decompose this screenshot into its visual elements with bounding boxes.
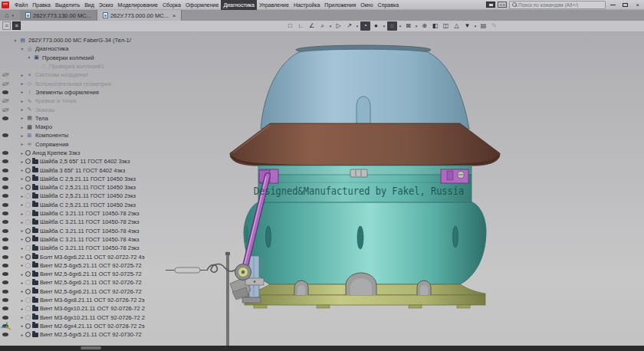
menu-item-6[interactable]: Сборка xyxy=(160,0,183,10)
measure-dropdown-icon[interactable]: ▾ xyxy=(355,24,360,28)
expand-arrow-icon[interactable]: ▸ xyxy=(19,107,25,112)
command-search-input[interactable] xyxy=(518,2,603,8)
expand-arrow-icon[interactable]: ▸ xyxy=(19,289,25,294)
visibility-eye-icon[interactable] xyxy=(2,177,8,181)
tree-row[interactable]: ▸∿Кривые и точки xyxy=(0,97,182,105)
expand-arrow-icon[interactable]: ▸ xyxy=(19,298,25,303)
select-icon[interactable]: ▷ xyxy=(334,21,343,31)
document-tab-0[interactable]: 262У.773.130.00 МС... xyxy=(20,10,97,21)
visibility-eye-icon[interactable] xyxy=(2,298,8,302)
visibility-eye-off-icon[interactable] xyxy=(2,73,8,77)
tree-row[interactable]: ▸Болт М3-6gх6.22.11 ОСТ 92-0722-72 4э xyxy=(0,252,182,261)
visibility-eye-off-icon[interactable] xyxy=(2,99,8,103)
tree-row[interactable]: ▸Винт М2,5-6gх6.21.11 ОСТ 92-0726-72 xyxy=(0,287,182,296)
expand-arrow-icon[interactable]: ▾ xyxy=(19,47,25,51)
tree-row[interactable]: ▸Шайба С 2,5.21.11 ГОСТ 10450 3экз xyxy=(0,175,182,183)
expand-arrow-icon[interactable]: ▸ xyxy=(19,228,25,233)
expand-arrow-icon[interactable]: ▸ xyxy=(19,81,25,86)
isometric-view-icon[interactable]: ◧ xyxy=(430,21,440,31)
visibility-eye-icon[interactable] xyxy=(2,290,8,294)
home-tab-button[interactable]: ⌂▾ xyxy=(0,10,20,21)
visibility-eye-icon[interactable] xyxy=(2,169,8,172)
expand-arrow-icon[interactable]: ▸ xyxy=(19,125,25,130)
tree-row[interactable]: ▾▤262У.773.000.00 МС FaberG-34 (Тел-1/ xyxy=(0,36,182,44)
expand-arrow-icon[interactable]: ▸ xyxy=(19,159,25,164)
tree-row[interactable]: ▸Шайба С 2,5.21.11 ГОСТ 10450 2экз xyxy=(0,201,182,209)
measure-icon[interactable]: ↗ xyxy=(344,21,354,31)
expand-arrow-icon[interactable]: ▸ xyxy=(19,90,25,94)
windows-list-icon[interactable] xyxy=(498,2,507,8)
scrollbar-thumb[interactable] xyxy=(80,346,101,349)
visibility-eye-icon[interactable] xyxy=(2,238,8,241)
zoom-dropdown-icon[interactable]: ▾ xyxy=(328,24,333,28)
expand-arrow-icon[interactable]: ▸ xyxy=(19,194,25,198)
tree-row[interactable]: ▸▦Тела xyxy=(0,114,182,123)
menu-item-2[interactable]: Выделить xyxy=(53,0,82,10)
tree-row[interactable]: ▸Винт М3-6gх10.21.11 ОСТ 92-0726-72 2 xyxy=(0,313,182,322)
visibility-eye-icon[interactable] xyxy=(2,90,8,94)
menu-item-5[interactable]: Моделирование xyxy=(116,0,160,10)
menu-item-12[interactable]: Окно xyxy=(358,0,375,10)
expand-arrow-icon[interactable]: ▸ xyxy=(19,151,25,156)
tree-row[interactable]: ▾◎Диагностика xyxy=(0,44,182,53)
expand-arrow-icon[interactable]: ▸ xyxy=(19,272,25,277)
menu-item-0[interactable]: Файл xyxy=(12,0,30,10)
visibility-eye-icon[interactable] xyxy=(2,307,8,310)
expand-arrow-icon[interactable]: ▾ xyxy=(26,55,32,60)
expand-arrow-icon[interactable]: ▸ xyxy=(19,263,25,267)
menu-item-1[interactable]: Правка xyxy=(30,0,53,10)
visibility-eye-icon[interactable] xyxy=(2,333,8,336)
visibility-eye-icon[interactable] xyxy=(2,280,8,284)
tree-row[interactable]: ▸Шайба С 3.21.11 ГОСТ 10450-78 2экз xyxy=(0,209,182,218)
expand-arrow-icon[interactable]: ▸ xyxy=(19,142,25,146)
close-button[interactable]: × xyxy=(632,1,642,9)
expand-arrow-icon[interactable]: ▸ xyxy=(19,220,25,225)
visibility-eye-icon[interactable] xyxy=(2,264,8,267)
tree-row[interactable]: ▸Винт М2,5-6gх5.21.11 ОСТ 92-0730-72 xyxy=(0,330,182,339)
expand-arrow-icon[interactable]: ▸ xyxy=(19,254,25,259)
report-icon[interactable]: ∠ xyxy=(307,21,317,31)
tree-row[interactable]: ▸Шайба 2,5 65Г 11 ГОСТ 6402 3экз xyxy=(0,157,182,166)
tree-row[interactable]: ▸Винт М2,5-6gх6.21.11 ОСТ 92-0726-72 xyxy=(0,278,182,287)
visibility-eye-icon[interactable] xyxy=(2,116,8,120)
visibility-eye-off-icon[interactable] xyxy=(2,108,8,112)
tree-structure-toggle[interactable]: ≡ xyxy=(2,21,11,30)
menu-item-3[interactable]: Вид xyxy=(82,0,97,10)
visibility-eye-icon[interactable] xyxy=(2,229,8,233)
section-view-icon[interactable]: ⊠ xyxy=(403,21,413,31)
hide-components-dropdown-icon[interactable]: ▾ xyxy=(398,24,402,28)
expand-arrow-icon[interactable]: ▸ xyxy=(19,99,25,103)
expand-arrow-icon[interactable]: ▸ xyxy=(19,116,25,120)
tree-row[interactable]: ▾▣Проверки коллизий xyxy=(0,54,182,62)
show-plane-icon[interactable]: ∟ xyxy=(296,21,306,31)
tree-row[interactable]: □Проверка коллизий1 xyxy=(0,62,182,71)
document-tab-1[interactable]: 262У.773.000.00 МС...× xyxy=(97,10,182,21)
tree-row[interactable]: ▸Шайба С 2,5.21.11 ГОСТ 10450 2экз xyxy=(0,192,182,200)
visibility-eye-icon[interactable] xyxy=(2,133,8,137)
tree-composition-toggle[interactable]: ≡ xyxy=(12,21,21,30)
tree-row[interactable]: ▸Шайба С 3.21.11 ГОСТ 10450-78 4экз xyxy=(0,235,182,244)
expand-arrow-icon[interactable]: ▸ xyxy=(19,212,25,216)
projection-views-icon[interactable]: ◫ xyxy=(441,21,451,31)
expand-arrow-icon[interactable]: ▸ xyxy=(19,307,25,311)
tree-row[interactable]: ▸Шайба С 3.21.11 ГОСТ 10450-78 2экз xyxy=(0,244,182,252)
visibility-eye-icon[interactable] xyxy=(2,220,8,224)
tree-row[interactable]: ▸Винт М2-6gх4.21.11 ОСТ 92-0728-72 2э xyxy=(0,322,182,330)
expand-arrow-icon[interactable]: ▸ xyxy=(19,185,25,190)
expand-arrow-icon[interactable]: ▸ xyxy=(19,323,25,328)
expand-arrow-icon[interactable]: ▸ xyxy=(19,168,25,172)
command-search[interactable] xyxy=(509,1,606,9)
clip-view-icon[interactable]: △ xyxy=(452,21,462,31)
tree-row[interactable]: ▸Шайба 3 65Г 11 ГОСТ 6402 4экз xyxy=(0,166,182,174)
fit-all-icon[interactable]: ⊕ xyxy=(419,21,429,31)
visibility-eye-icon[interactable] xyxy=(2,212,8,215)
display-mode-shaded-icon[interactable]: ● xyxy=(371,21,381,31)
visibility-eye-icon[interactable] xyxy=(2,151,8,155)
expand-arrow-icon[interactable]: ▸ xyxy=(19,237,25,241)
parameters-grid-icon[interactable]: ▤ xyxy=(478,21,488,31)
tree-row[interactable]: ▸◇Вспомогательная геометрия xyxy=(0,79,182,87)
expand-arrow-icon[interactable]: ▾ xyxy=(12,38,18,43)
menu-item-10[interactable]: Настройка xyxy=(291,0,322,10)
hide-components-icon[interactable]: ◌ xyxy=(387,21,397,31)
expand-arrow-icon[interactable]: ▸ xyxy=(19,246,25,251)
